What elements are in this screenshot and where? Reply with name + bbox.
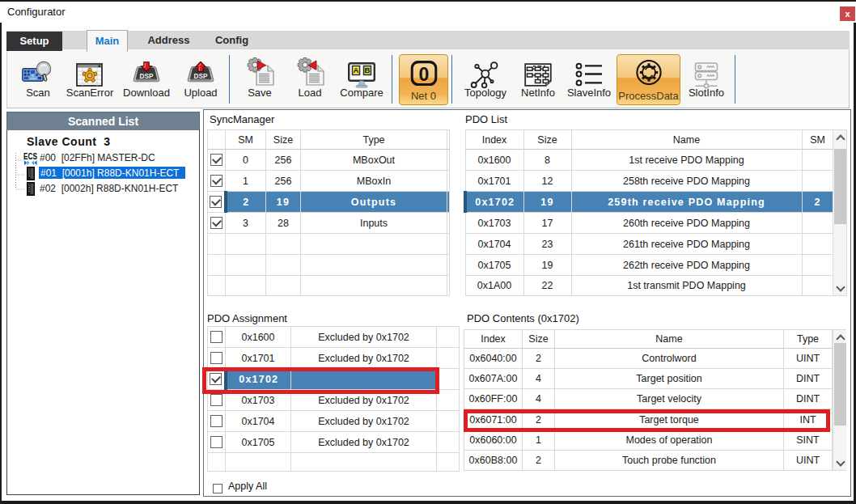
svg-text:DSP: DSP: [140, 73, 154, 80]
svg-text:A: A: [354, 66, 359, 74]
svg-text:0: 0: [418, 64, 429, 85]
svg-text:DSP: DSP: [194, 73, 208, 80]
svg-text:B: B: [365, 66, 371, 74]
svg-text:ECS: ECS: [23, 151, 37, 161]
